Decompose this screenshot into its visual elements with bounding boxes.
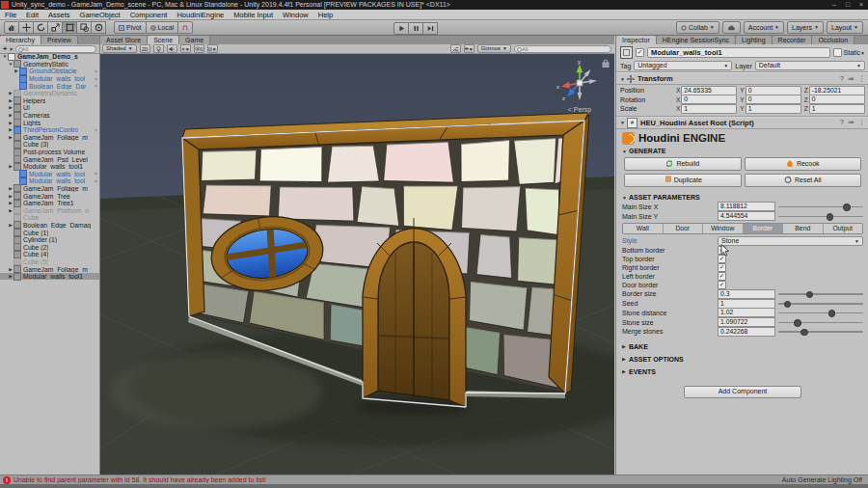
slider-knob[interactable] [806, 291, 814, 299]
scene-effects-dropdown[interactable]: ▼ [180, 44, 191, 53]
border-size-slider[interactable] [778, 290, 863, 298]
hierarchy-item-modular-walls-tool1[interactable]: ▶Modular_walls_tool1 [0, 273, 99, 281]
shading-mode-dropdown[interactable]: Shaded▼ [102, 44, 137, 53]
account-dropdown[interactable]: Account▼ [744, 21, 784, 34]
prefab-chevron-icon[interactable]: > [94, 76, 99, 82]
prefab-chevron-icon[interactable]: > [94, 171, 99, 176]
scale-x-field[interactable]: 1 [681, 104, 737, 114]
hierarchy-item-cube[interactable]: Cube [0, 214, 99, 222]
minimize-button[interactable]: – [827, 0, 841, 10]
tab-hierarchy[interactable]: Hierarchy [0, 36, 41, 44]
merge-stones-slider[interactable] [778, 328, 863, 336]
gizmos-dropdown[interactable]: Gizmos▼ [477, 44, 511, 53]
scale-z-field[interactable]: 1 [809, 104, 865, 114]
param-tab-border[interactable]: Border [744, 224, 784, 233]
menu-gameobject[interactable]: GameObject [75, 11, 125, 19]
hierarchy-item-geometrydynamic[interactable]: ▶GeometryDynamic [0, 90, 99, 97]
main-size-y-value-field[interactable]: 4.544554 [718, 211, 775, 221]
stone-size-value-field[interactable]: 1.090722 [718, 317, 775, 327]
persp-label[interactable]: < Persp [568, 106, 591, 114]
stone-distance-value-field[interactable]: 1.02 [718, 308, 775, 317]
houdini-component-header[interactable]: ▼ # HEU_Houdini Asset Root (Script) ?≔⋮ [616, 117, 868, 129]
hierarchy-item-cube-5[interactable]: Cube (5) [0, 258, 99, 266]
slider-knob[interactable] [784, 301, 792, 309]
component-menu-icon[interactable]: ⋮ [858, 119, 865, 126]
presets-icon[interactable]: ≔ [848, 75, 854, 83]
rotation-z-field[interactable]: 0 [809, 95, 865, 104]
scale-y-field[interactable]: 1 [746, 104, 801, 114]
help-icon[interactable]: ? [840, 119, 844, 126]
stone-distance-slider[interactable] [778, 309, 863, 316]
param-tab-wall[interactable]: Wall [623, 224, 664, 233]
status-bar[interactable]: ! Unable to find parent parameter with i… [0, 474, 868, 488]
tab-game[interactable]: Game [179, 36, 210, 44]
slider-knob[interactable] [794, 319, 801, 327]
static-dropdown-arrow[interactable]: ▼ [860, 50, 865, 56]
param-tab-output[interactable]: Output [824, 224, 863, 233]
menu-component[interactable]: Component [125, 11, 173, 19]
presets-icon[interactable]: ≔ [848, 119, 854, 126]
tab-scene[interactable]: Scene [148, 36, 179, 44]
hierarchy-item-modular-walls-tool[interactable]: Modular_walls_tool> [0, 171, 99, 178]
tab-lighting[interactable]: Lighting [736, 36, 773, 44]
foldout-events[interactable]: ▶EVENTS [616, 366, 868, 378]
pause-button[interactable] [409, 22, 423, 35]
recook-button[interactable]: Recook [745, 157, 862, 171]
layout-dropdown[interactable]: Layout▼ [827, 21, 863, 34]
style-dropdown[interactable]: Stone▼ [718, 236, 863, 246]
slider-knob[interactable] [843, 203, 851, 211]
right-border-checkbox[interactable]: ✓ [718, 263, 726, 272]
tool-settings-button[interactable] [450, 44, 461, 53]
slider-knob[interactable] [800, 329, 808, 337]
main-size-y-slider[interactable] [778, 212, 863, 220]
create-dropdown-arrow[interactable]: ▼ [9, 46, 14, 52]
menu-assets[interactable]: Assets [43, 11, 75, 19]
local-toggle[interactable]: Local [147, 21, 179, 34]
play-button[interactable] [393, 22, 409, 35]
scale-tool-button[interactable] [48, 21, 63, 34]
menu-mobile-input[interactable]: Mobile Input [229, 11, 278, 19]
menu-edit[interactable]: Edit [21, 11, 43, 19]
position-z-field[interactable]: -18.25021 [809, 86, 865, 95]
transform-tool-button[interactable] [77, 21, 92, 34]
param-tab-window[interactable]: Window [703, 224, 744, 233]
add-component-button[interactable]: Add Component [684, 386, 801, 398]
camera-dropdown[interactable]: ▼ [464, 44, 475, 53]
foldout-asset-options[interactable]: ▶ASSET OPTIONS [616, 353, 868, 366]
rect-tool-button[interactable] [63, 21, 77, 34]
merge-stones-value-field[interactable]: 0.242268 [718, 327, 775, 337]
hierarchy-search-input[interactable]: All [15, 45, 96, 53]
tab-recorder[interactable]: Recorder [773, 36, 813, 44]
layer-dropdown[interactable]: Default▼ [755, 61, 865, 70]
param-tab-door[interactable]: Door [664, 224, 704, 233]
tag-dropdown[interactable]: Untagged▼ [634, 61, 732, 70]
seed-slider[interactable] [778, 300, 863, 308]
main-size-x-value-field[interactable]: 8.118812 [718, 202, 775, 211]
active-checkbox[interactable]: ✓ [636, 48, 644, 57]
tab-asset-store[interactable]: Asset Store [100, 36, 148, 44]
asset-parameters-foldout[interactable]: ▼ASSET PARAMETERS [616, 193, 868, 203]
bottom-border-checkbox[interactable]: ✓ [718, 246, 726, 255]
param-tab-bend[interactable]: Bend [783, 224, 824, 233]
foldout-bake[interactable]: ▶BAKE [616, 340, 868, 353]
reset-all-button[interactable]: Reset All [745, 174, 862, 187]
scene-grid-dropdown[interactable]: ▼ [207, 44, 218, 53]
transform-header[interactable]: ▼ Transform ?≔⋮ [616, 72, 868, 85]
tab-occlusion[interactable]: Occlusion [812, 36, 854, 44]
create-object-button[interactable]: + [0, 45, 9, 52]
hierarchy-item-geometrystatic[interactable]: ▼GeometryStatic [0, 61, 99, 68]
toggle-2d-button[interactable]: 2D [140, 44, 150, 53]
scene-audio-button[interactable] [167, 44, 177, 53]
gameobject-name-field[interactable]: Modular_walls_tool1 [647, 47, 830, 58]
scene-search-input[interactable]: All [514, 45, 611, 53]
rebuild-button[interactable]: Rebuild [624, 157, 742, 171]
pivot-toggle[interactable]: Pivot [114, 21, 147, 34]
door-border-checkbox[interactable]: ✓ [718, 281, 726, 289]
main-size-x-slider[interactable] [778, 203, 863, 210]
border-size-value-field[interactable]: 0.3 [718, 289, 775, 299]
stone-size-slider[interactable] [778, 318, 863, 326]
tab-preview[interactable]: Preview [41, 36, 78, 44]
menu-file[interactable]: File [0, 11, 21, 19]
menu-window[interactable]: Window [278, 11, 313, 19]
position-x-field[interactable]: 24.65335 [681, 86, 737, 95]
